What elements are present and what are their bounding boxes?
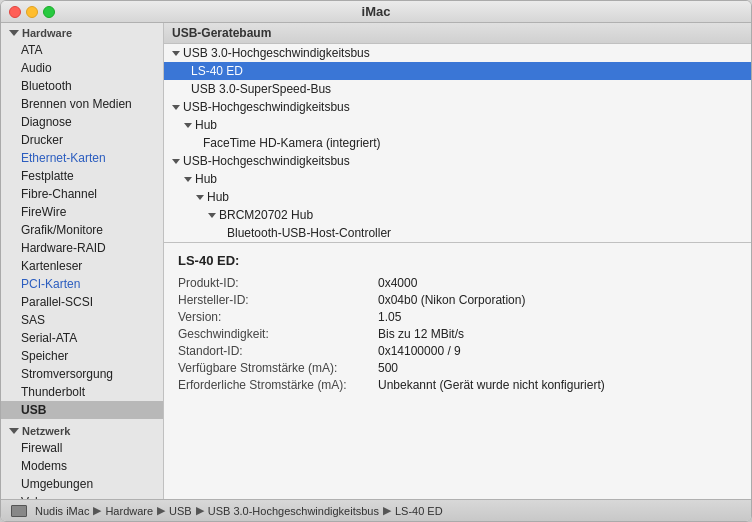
sidebar-item-stromversorgung[interactable]: Stromversorgung xyxy=(1,365,163,383)
sidebar-item-diagnose[interactable]: Diagnose xyxy=(1,113,163,131)
sidebar-item-ethernet[interactable]: Ethernet-Karten xyxy=(1,149,163,167)
tree-header: USB-Geratebaum xyxy=(164,23,751,44)
detail-row-value: 0x14100000 / 9 xyxy=(378,344,461,358)
minimize-button[interactable] xyxy=(26,6,38,18)
monitor-icon xyxy=(11,505,27,517)
tree-item-ls40[interactable]: LS-40 ED xyxy=(164,62,751,80)
detail-row-value: 500 xyxy=(378,361,398,375)
sidebar-item-fibre[interactable]: Fibre-Channel xyxy=(1,185,163,203)
detail-row: Produkt-ID: 0x4000 xyxy=(178,276,737,290)
tree-item-label: USB-Hochgeschwindigkeitsbus xyxy=(183,100,350,114)
tree-item-label: Hub xyxy=(207,190,229,204)
tree-item-hub2[interactable]: Hub xyxy=(164,170,751,188)
detail-area: LS-40 ED: Produkt-ID: 0x4000 Hersteller-… xyxy=(164,243,751,499)
maximize-button[interactable] xyxy=(43,6,55,18)
tree-item-brcm[interactable]: BRCM20702 Hub xyxy=(164,206,751,224)
tree-item-label: FaceTime HD-Kamera (integriert) xyxy=(203,136,381,150)
hardware-collapse-icon xyxy=(9,30,19,36)
tree-item-facetime[interactable]: FaceTime HD-Kamera (integriert) xyxy=(164,134,751,152)
tree-item-label: USB-Hochgeschwindigkeitsbus xyxy=(183,154,350,168)
tree-item-hub3[interactable]: Hub xyxy=(164,188,751,206)
tree-area: USB-Geratebaum USB 3.0-Hochgeschwindigke… xyxy=(164,23,751,243)
sidebar-item-grafik[interactable]: Grafik/Monitore xyxy=(1,221,163,239)
sidebar-item-hardware-raid[interactable]: Hardware-RAID xyxy=(1,239,163,257)
status-arrow-2: ▶ xyxy=(196,504,204,517)
detail-rows: Produkt-ID: 0x4000 Hersteller-ID: 0x04b0… xyxy=(178,276,737,392)
status-arrow-3: ▶ xyxy=(383,504,391,517)
traffic-lights xyxy=(9,6,55,18)
expand-icon xyxy=(172,51,180,56)
status-path-item-3: USB 3.0-Hochgeschwindigkeitsbus xyxy=(208,505,379,517)
detail-row-label: Erforderliche Stromstärke (mA): xyxy=(178,378,378,392)
detail-row: Standort-ID: 0x14100000 / 9 xyxy=(178,344,737,358)
sidebar-item-ata[interactable]: ATA xyxy=(1,41,163,59)
status-path-item-4: LS-40 ED xyxy=(395,505,443,517)
expand-icon xyxy=(172,105,180,110)
netzwerk-section-label: Netzwerk xyxy=(22,425,70,437)
status-path-item-1: Hardware xyxy=(105,505,153,517)
tree-item-usb-high2[interactable]: USB-Hochgeschwindigkeitsbus xyxy=(164,152,751,170)
status-path-item-0: Nudis iMac xyxy=(35,505,89,517)
detail-row-value: 0x4000 xyxy=(378,276,417,290)
sidebar-item-modems[interactable]: Modems xyxy=(1,457,163,475)
sidebar-item-firewall[interactable]: Firewall xyxy=(1,439,163,457)
sidebar-item-festplatte[interactable]: Festplatte xyxy=(1,167,163,185)
sidebar-section-netzwerk[interactable]: Netzwerk xyxy=(1,421,163,439)
sidebar-item-umgebungen[interactable]: Umgebungen xyxy=(1,475,163,493)
detail-row: Geschwindigkeit: Bis zu 12 MBit/s xyxy=(178,327,737,341)
tree-item-usb-high1[interactable]: USB-Hochgeschwindigkeitsbus xyxy=(164,98,751,116)
sidebar-item-brennen[interactable]: Brennen von Medien xyxy=(1,95,163,113)
detail-row-label: Produkt-ID: xyxy=(178,276,378,290)
sidebar-item-kartenleser[interactable]: Kartenleser xyxy=(1,257,163,275)
tree-item-usb30[interactable]: USB 3.0-Hochgeschwindigkeitsbus xyxy=(164,44,751,62)
detail-row-value: Unbekannt (Gerät wurde nicht konfigurier… xyxy=(378,378,605,392)
sidebar-item-usb[interactable]: USB xyxy=(1,401,163,419)
sidebar-item-parallel-scsi[interactable]: Parallel-SCSI xyxy=(1,293,163,311)
sidebar-item-firewire[interactable]: FireWire xyxy=(1,203,163,221)
detail-title: LS-40 ED: xyxy=(178,253,737,268)
tree-item-label: Bluetooth-USB-Host-Controller xyxy=(227,226,391,240)
detail-row-label: Standort-ID: xyxy=(178,344,378,358)
sidebar-item-pci[interactable]: PCI-Karten xyxy=(1,275,163,293)
expand-icon xyxy=(172,159,180,164)
detail-row: Hersteller-ID: 0x04b0 (Nikon Corporation… xyxy=(178,293,737,307)
detail-row-value: 0x04b0 (Nikon Corporation) xyxy=(378,293,525,307)
sidebar: Hardware ATA Audio Bluetooth Brennen von… xyxy=(1,23,164,499)
tree-item-label: Hub xyxy=(195,118,217,132)
tree-item-label: Hub xyxy=(195,172,217,186)
detail-row-value: Bis zu 12 MBit/s xyxy=(378,327,464,341)
detail-row-value: 1.05 xyxy=(378,310,401,324)
close-button[interactable] xyxy=(9,6,21,18)
sidebar-item-audio[interactable]: Audio xyxy=(1,59,163,77)
detail-row-label: Geschwindigkeit: xyxy=(178,327,378,341)
detail-row: Verfügbare Stromstärke (mA): 500 xyxy=(178,361,737,375)
expand-icon xyxy=(196,195,204,200)
detail-row-label: Version: xyxy=(178,310,378,324)
status-path-item-2: USB xyxy=(169,505,192,517)
sidebar-item-serial-ata[interactable]: Serial-ATA xyxy=(1,329,163,347)
sidebar-item-drucker[interactable]: Drucker xyxy=(1,131,163,149)
status-arrow-0: ▶ xyxy=(93,504,101,517)
detail-row-label: Hersteller-ID: xyxy=(178,293,378,307)
expand-icon xyxy=(208,213,216,218)
tree-item-hub1[interactable]: Hub xyxy=(164,116,751,134)
detail-row: Erforderliche Stromstärke (mA): Unbekann… xyxy=(178,378,737,392)
tree-item-superspeed[interactable]: USB 3.0-SuperSpeed-Bus xyxy=(164,80,751,98)
status-arrow-1: ▶ xyxy=(157,504,165,517)
statusbar: Nudis iMac ▶ Hardware ▶ USB ▶ USB 3.0-Ho… xyxy=(1,499,751,521)
tree-item-label: BRCM20702 Hub xyxy=(219,208,313,222)
right-panel: USB-Geratebaum USB 3.0-Hochgeschwindigke… xyxy=(164,23,751,499)
sidebar-item-speicher[interactable]: Speicher xyxy=(1,347,163,365)
sidebar-item-thunderbolt[interactable]: Thunderbolt xyxy=(1,383,163,401)
hardware-section-label: Hardware xyxy=(22,27,72,39)
detail-row-label: Verfügbare Stromstärke (mA): xyxy=(178,361,378,375)
detail-row: Version: 1.05 xyxy=(178,310,737,324)
sidebar-item-bluetooth[interactable]: Bluetooth xyxy=(1,77,163,95)
main-content: Hardware ATA Audio Bluetooth Brennen von… xyxy=(1,23,751,499)
sidebar-section-hardware[interactable]: Hardware xyxy=(1,23,163,41)
tree-item-label: USB 3.0-SuperSpeed-Bus xyxy=(191,82,331,96)
expand-icon xyxy=(184,123,192,128)
netzwerk-collapse-icon xyxy=(9,428,19,434)
tree-item-bluetooth-controller[interactable]: Bluetooth-USB-Host-Controller xyxy=(164,224,751,242)
sidebar-item-sas[interactable]: SAS xyxy=(1,311,163,329)
